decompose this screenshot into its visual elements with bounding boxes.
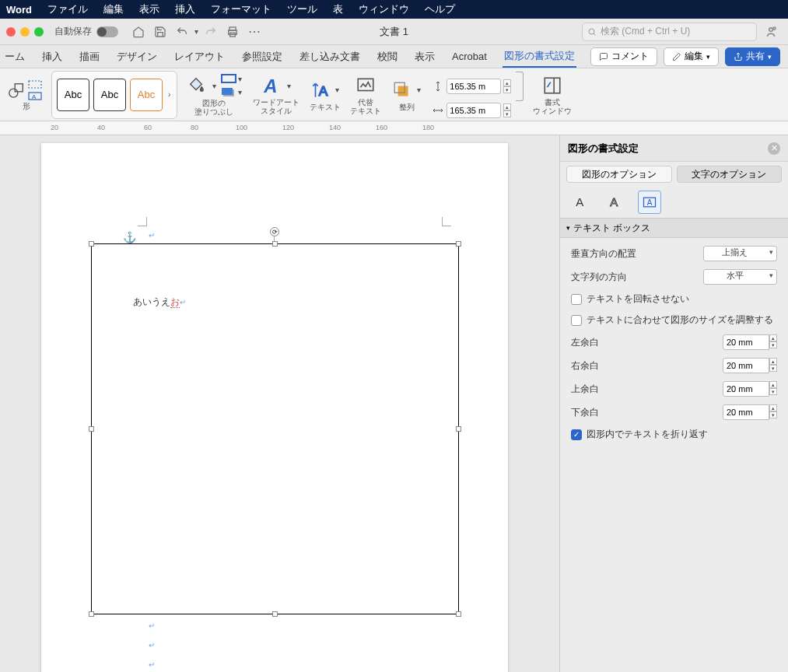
minimize-window[interactable]	[20, 27, 30, 37]
ml-down[interactable]: ▾	[769, 341, 777, 348]
preferences-icon[interactable]	[764, 25, 778, 39]
margin-left-input[interactable]	[723, 334, 769, 350]
print-icon[interactable]	[226, 25, 240, 39]
resize-handle-tm[interactable]	[272, 241, 278, 247]
tab-review[interactable]: 校閲	[376, 45, 399, 68]
pane-close-icon[interactable]: ✕	[768, 142, 780, 155]
tab-text-options[interactable]: 文字のオプション	[677, 166, 783, 183]
size-lock[interactable]	[516, 72, 524, 101]
more-icon[interactable]: ⋯	[247, 25, 261, 39]
mb-down[interactable]: ▾	[769, 411, 777, 418]
resize-handle-mr[interactable]	[456, 426, 461, 432]
share-button[interactable]: 共有▾	[725, 47, 780, 66]
shapes-icon[interactable]	[8, 79, 25, 101]
effects-icon[interactable]	[221, 87, 236, 98]
effects-dropdown[interactable]: ▾	[236, 88, 243, 96]
resize-handle-br[interactable]	[456, 611, 461, 617]
format-pane-icon[interactable]	[541, 74, 564, 97]
mr-up[interactable]: ▴	[769, 358, 777, 365]
undo-dropdown[interactable]: ▾	[193, 27, 200, 36]
alttext-icon[interactable]	[354, 74, 377, 97]
tab-acrobat[interactable]: Acrobat	[450, 45, 489, 68]
mt-up[interactable]: ▴	[769, 381, 777, 388]
undo-icon[interactable]	[175, 25, 189, 39]
arrange-dropdown[interactable]: ▾	[415, 86, 422, 94]
menu-table[interactable]: 表	[333, 2, 343, 16]
width-down[interactable]: ▾	[503, 110, 511, 117]
section-textbox[interactable]: ▾テキスト ボックス	[560, 218, 788, 238]
width-up[interactable]: ▴	[503, 103, 511, 110]
redo-icon[interactable]	[204, 25, 218, 39]
text-direction-icon[interactable]: A	[309, 79, 332, 102]
wordart-dropdown[interactable]: ▾	[285, 82, 292, 90]
wrap-text-checkbox[interactable]: ✓	[571, 429, 582, 440]
style-preset-2[interactable]: Abc	[93, 79, 126, 111]
tab-mailings[interactable]: 差し込み文書	[298, 45, 362, 68]
rotation-handle[interactable]: ⟳	[270, 227, 279, 236]
resize-handle-bm[interactable]	[272, 611, 278, 617]
fill-icon[interactable]	[184, 74, 208, 97]
resize-handle-bl[interactable]	[89, 611, 94, 617]
tab-layout[interactable]: レイアウト	[173, 45, 226, 68]
edit-shape-icon[interactable]	[27, 79, 44, 89]
tab-insert[interactable]: 挿入	[40, 45, 64, 68]
text-fill-icon[interactable]: A	[569, 191, 593, 214]
textbox-icon[interactable]: A	[27, 91, 44, 101]
tab-shape-format[interactable]: 図形の書式設定	[503, 45, 576, 68]
shape-text-content[interactable]: あいうえお↵	[133, 296, 186, 309]
height-down[interactable]: ▾	[503, 86, 511, 93]
tab-draw[interactable]: 描画	[78, 45, 101, 68]
resize-handle-ml[interactable]	[89, 426, 94, 432]
menu-edit[interactable]: 編集	[103, 2, 124, 16]
margin-right-input[interactable]	[723, 358, 769, 373]
autofit-checkbox[interactable]	[571, 315, 582, 326]
tab-shape-options[interactable]: 図形のオプション	[566, 166, 672, 183]
arrange-icon[interactable]	[390, 79, 414, 102]
resize-handle-tl[interactable]	[89, 241, 94, 247]
menu-format[interactable]: フォーマット	[211, 2, 271, 16]
text-direction-select[interactable]: 水平	[703, 269, 777, 285]
margin-bottom-input[interactable]	[723, 404, 769, 420]
text-effects-icon[interactable]: A	[604, 191, 627, 214]
outline-dropdown[interactable]: ▾	[236, 75, 243, 83]
outline-icon[interactable]	[221, 74, 236, 85]
height-up[interactable]: ▴	[503, 79, 511, 86]
tab-view[interactable]: 表示	[413, 45, 436, 68]
document-canvas[interactable]: ⚓ ↵ ⟳ あいうえお↵ ↵ ↵ ↵	[0, 135, 559, 672]
tab-design[interactable]: デザイン	[115, 45, 159, 68]
height-input[interactable]	[447, 79, 501, 94]
valign-select[interactable]: 上揃え	[703, 246, 777, 261]
menu-window[interactable]: ウィンドウ	[359, 2, 409, 16]
width-input[interactable]	[447, 103, 501, 118]
mb-up[interactable]: ▴	[769, 404, 777, 411]
menu-help[interactable]: ヘルプ	[425, 2, 455, 16]
text-box-shape[interactable]: あいうえお↵	[91, 243, 459, 614]
margin-top-input[interactable]	[723, 381, 769, 397]
menu-view[interactable]: 表示	[139, 2, 159, 16]
home-icon[interactable]	[131, 25, 145, 39]
style-preset-3[interactable]: Abc	[130, 79, 163, 111]
comment-button[interactable]: コメント	[590, 47, 657, 66]
style-preset-1[interactable]: Abc	[57, 79, 89, 111]
mr-down[interactable]: ▾	[769, 365, 777, 372]
save-icon[interactable]	[153, 25, 167, 39]
mt-down[interactable]: ▾	[769, 388, 777, 395]
menu-file[interactable]: ファイル	[47, 2, 88, 16]
search-input[interactable]: 検索 (Cmd + Ctrl + U)	[582, 23, 757, 41]
styles-more[interactable]: ›	[166, 90, 172, 99]
menu-tools[interactable]: ツール	[287, 2, 317, 16]
no-rotate-checkbox[interactable]	[571, 294, 582, 305]
tab-references[interactable]: 参照設定	[240, 45, 284, 68]
resize-handle-tr[interactable]	[456, 241, 461, 247]
menu-insert[interactable]: 挿入	[175, 2, 195, 16]
close-window[interactable]	[6, 27, 16, 37]
fill-dropdown[interactable]: ▾	[211, 82, 218, 90]
wordart-icon[interactable]: A	[261, 74, 284, 97]
text-dropdown[interactable]: ▾	[334, 86, 341, 94]
edit-button[interactable]: 編集▾	[664, 47, 719, 66]
textbox-options-icon[interactable]: A	[638, 191, 661, 214]
tab-home[interactable]: ーム	[3, 45, 26, 68]
maximize-window[interactable]	[34, 27, 44, 37]
ml-up[interactable]: ▴	[769, 334, 777, 341]
autosave-toggle[interactable]	[96, 26, 118, 37]
